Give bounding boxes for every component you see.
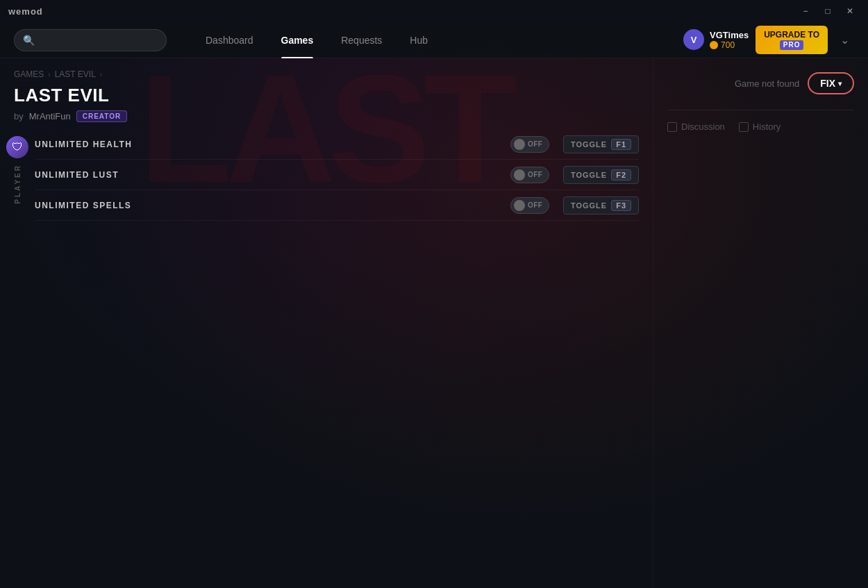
breadcrumb-last-evil[interactable]: LAST EVIL [55, 69, 96, 79]
nav-dashboard[interactable]: Dashboard [194, 22, 265, 58]
minimize-button[interactable]: − [796, 4, 815, 18]
nav-links: Dashboard Games Requests Hub [194, 22, 683, 58]
game-title: LAST EVIL [14, 85, 639, 106]
divider [667, 110, 854, 110]
player-icon: 🛡 [6, 136, 28, 158]
pro-badge: PRO [780, 40, 804, 50]
tab-discussion[interactable]: Discussion [667, 121, 725, 132]
toggle-knob [514, 169, 525, 180]
nav-hub[interactable]: Hub [399, 22, 439, 58]
titlebar: wemod − □ ✕ [0, 0, 868, 22]
chevron-button[interactable]: ⌄ [835, 30, 854, 49]
game-header: GAMES › LAST EVIL › LAST EVIL by MrAntiF… [0, 58, 653, 129]
tab-row: Discussion History [667, 119, 854, 135]
titlebar-controls: − □ ✕ [796, 4, 860, 18]
cheat-name-spells: UNLIMITED SPELLS [35, 201, 510, 210]
toggle-lust[interactable]: OFF [510, 167, 549, 183]
key-badge-lust: F2 [611, 169, 631, 180]
user-info: V VGTimes 700 [683, 29, 749, 50]
breadcrumb-sep2: › [100, 71, 102, 78]
app-logo: wemod [8, 6, 43, 17]
toggle-health[interactable]: OFF [510, 136, 549, 153]
cheat-name-health: UNLIMITED HEALTH [35, 140, 510, 149]
history-label: History [753, 121, 781, 132]
not-found-text: Game not found [735, 78, 799, 89]
discussion-checkbox[interactable] [667, 122, 677, 132]
navbar: 🔍 Dashboard Games Requests Hub V VGTimes… [0, 22, 868, 58]
search-icon: 🔍 [23, 35, 35, 46]
author-row: by MrAntiFun CREATOR [14, 110, 639, 122]
breadcrumb-games[interactable]: GAMES [14, 69, 44, 79]
coins-value: 700 [721, 40, 735, 50]
right-panel: Game not found FIX ▾ Discussion History [653, 58, 868, 588]
main-content: GAMES › LAST EVIL › LAST EVIL by MrAntiF… [0, 58, 868, 588]
toggle-spells[interactable]: OFF [510, 197, 549, 214]
author-name[interactable]: MrAntiFun [29, 111, 71, 121]
hotkey-button-lust[interactable]: TOGGLE F2 [563, 166, 639, 184]
cheat-row: UNLIMITED LUST OFF TOGGLE F2 [35, 160, 639, 190]
tab-history[interactable]: History [739, 121, 781, 132]
coins-display: 700 [710, 40, 735, 50]
close-button[interactable]: ✕ [840, 4, 860, 18]
player-label: PLAYER [14, 164, 22, 204]
titlebar-left: wemod [8, 6, 43, 17]
toggle-state-lust: OFF [528, 171, 543, 178]
key-badge-spells: F3 [611, 200, 631, 211]
cheats-container: UNLIMITED HEALTH OFF TOGGLE F1 UNLIMITE [35, 129, 653, 221]
maximize-button[interactable]: □ [818, 4, 837, 18]
cheat-row: UNLIMITED SPELLS OFF TOGGLE F3 [35, 190, 639, 221]
nav-requests[interactable]: Requests [330, 22, 393, 58]
game-not-found-row: Game not found FIX ▾ [667, 65, 854, 101]
upgrade-button[interactable]: UPGRADE TO PRO [756, 26, 828, 53]
fix-button[interactable]: FIX ▾ [808, 72, 854, 94]
navbar-right: V VGTimes 700 UPGRADE TO PRO ⌄ [683, 26, 854, 53]
toggle-label-lust: TOGGLE [571, 171, 607, 179]
nav-games[interactable]: Games [270, 22, 325, 58]
hotkey-button-spells[interactable]: TOGGLE F3 [563, 196, 639, 215]
hotkey-button-health[interactable]: TOGGLE F1 [563, 135, 639, 153]
toggle-state-spells: OFF [528, 201, 543, 209]
search-bar[interactable]: 🔍 [14, 29, 167, 51]
sidebar-player-col: 🛡 PLAYER [0, 129, 35, 221]
upgrade-label: UPGRADE TO [764, 30, 819, 40]
key-badge-health: F1 [611, 139, 631, 150]
creator-badge: CREATOR [76, 110, 128, 122]
discussion-label: Discussion [681, 121, 725, 132]
coin-icon [710, 41, 718, 49]
cheats-section: 🛡 PLAYER UNLIMITED HEALTH OFF TOGGLE [0, 129, 653, 221]
toggle-knob [514, 139, 525, 150]
breadcrumb: GAMES › LAST EVIL › [14, 69, 639, 79]
history-checkbox[interactable] [739, 122, 749, 132]
toggle-state-health: OFF [528, 140, 543, 148]
cheat-row: UNLIMITED HEALTH OFF TOGGLE F1 [35, 129, 639, 160]
cheat-name-lust: UNLIMITED LUST [35, 170, 510, 180]
toggle-knob [514, 200, 525, 211]
username: VGTimes [710, 30, 749, 40]
breadcrumb-sep1: › [48, 71, 50, 78]
fix-label: FIX [820, 78, 835, 89]
by-text: by [14, 111, 24, 121]
user-details: VGTimes 700 [710, 30, 749, 50]
toggle-label-spells: TOGGLE [571, 201, 607, 210]
avatar: V [683, 29, 704, 50]
toggle-label-health: TOGGLE [571, 140, 607, 149]
fix-chevron-icon: ▾ [838, 80, 842, 87]
